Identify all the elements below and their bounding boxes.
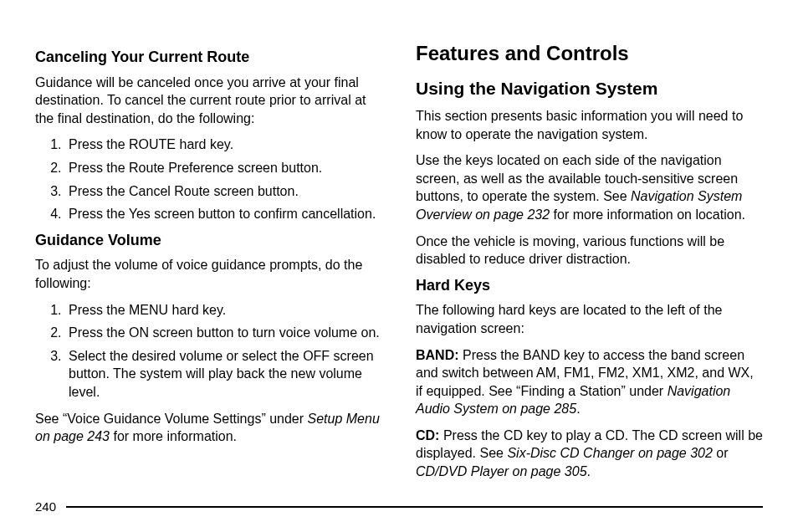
heading-hard-keys: Hard Keys [416, 277, 763, 295]
note-text: See “Voice Guidance Volume Settings” und… [35, 412, 308, 426]
guidance-volume-intro: To adjust the volume of voice guidance p… [35, 256, 382, 292]
key-label-band: BAND: [416, 348, 459, 362]
cancel-route-intro: Guidance will be canceled once you arriv… [35, 74, 382, 128]
hard-keys-intro: The following hard keys are located to t… [416, 301, 763, 337]
manual-page: Canceling Your Current Route Guidance wi… [0, 0, 798, 532]
guidance-volume-steps: Press the MENU hard key. Press the ON sc… [35, 301, 382, 402]
footer-rule [66, 506, 763, 508]
cancel-route-steps: Press the ROUTE hard key. Press the Rout… [35, 136, 382, 223]
list-item: Press the ON screen button to turn voice… [65, 324, 382, 342]
body-text: . [587, 464, 591, 478]
guidance-volume-note: See “Voice Guidance Volume Settings” und… [35, 410, 382, 446]
hard-key-cd: CD: Press the CD key to play a CD. The C… [416, 427, 763, 481]
page-footer: 240 [35, 499, 763, 514]
using-nav-p2: Use the keys located on each side of the… [416, 151, 763, 223]
heading-cancel-route: Canceling Your Current Route [35, 49, 382, 67]
cross-reference: Six-Disc CD Changer on page 302 [507, 446, 712, 460]
list-item: Press the Route Preference screen button… [65, 159, 382, 177]
body-text: . [576, 402, 580, 416]
body-text: for more information on location. [550, 207, 745, 222]
using-nav-p1: This section presents basic information … [416, 107, 763, 143]
list-item: Press the MENU hard key. [65, 301, 382, 320]
hard-key-band: BAND: Press the BAND key to access the b… [416, 346, 763, 418]
list-item: Select the desired volume or select the … [65, 347, 382, 402]
cross-reference: CD/DVD Player on page 305 [416, 464, 587, 478]
section-title: Features and Controls [416, 42, 763, 66]
right-column: Features and Controls Using the Navigati… [416, 42, 763, 485]
list-item: Press the Cancel Route screen button. [65, 182, 382, 201]
heading-guidance-volume: Guidance Volume [35, 232, 382, 250]
list-item: Press the Yes screen button to confirm c… [65, 205, 382, 223]
heading-using-nav: Using the Navigation System [416, 78, 763, 99]
left-column: Canceling Your Current Route Guidance wi… [35, 42, 382, 485]
using-nav-p3: Once the vehicle is moving, various func… [416, 233, 763, 269]
two-column-layout: Canceling Your Current Route Guidance wi… [35, 42, 763, 485]
page-number: 240 [35, 499, 56, 514]
note-text: for more information. [110, 429, 237, 443]
body-text: or [713, 446, 729, 460]
key-label-cd: CD: [416, 428, 439, 442]
list-item: Press the ROUTE hard key. [65, 136, 382, 154]
